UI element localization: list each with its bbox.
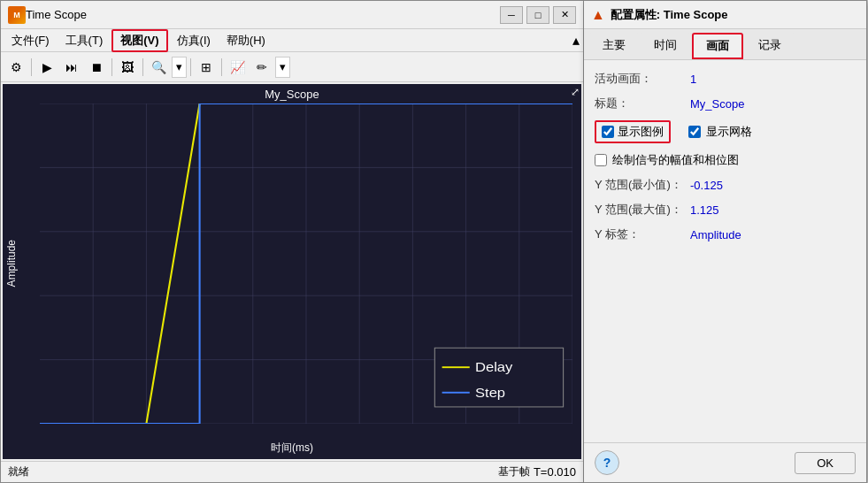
menu-view[interactable]: 视图(V) — [111, 29, 167, 52]
config-matlab-icon: ▲ — [591, 7, 605, 23]
toolbar-sep-5 — [221, 58, 222, 76]
tab-screen[interactable]: 画面 — [692, 33, 743, 59]
show-legend-checkbox[interactable] — [602, 126, 614, 138]
plot-container: My_Scope ⤢ Amplitude — [3, 84, 581, 459]
toolbar-step-icon[interactable]: ⏭ — [60, 56, 83, 79]
menu-arrow[interactable]: ▴ — [572, 32, 580, 49]
config-body: 活动画面： 1 标题： My_Scope 显示图例 显示网格 绘制信号的幅值和相… — [584, 60, 866, 442]
y-max-row: Y 范围(最大值)： 1.125 — [595, 202, 856, 218]
help-button[interactable]: ? — [595, 450, 619, 475]
maximize-button[interactable]: □ — [526, 6, 549, 24]
config-title-bar: ▲ 配置属性: Time Scope — [584, 1, 866, 29]
close-button[interactable]: ✕ — [553, 6, 576, 24]
show-grid-group: 显示网格 — [688, 124, 752, 140]
y-tag-row: Y 标签： Amplitude — [595, 226, 856, 242]
toolbar-axes-icon[interactable]: 📈 — [226, 56, 249, 79]
x-axis-label: 时间(ms) — [3, 441, 581, 456]
status-frame-label: 基于帧 — [498, 464, 530, 479]
y-min-row: Y 范围(最小值)： -0.125 — [595, 177, 856, 193]
toolbar-zoom-in-icon[interactable]: 🔍 — [147, 56, 170, 79]
draw-amplitude-label: 绘制信号的幅值和相位图 — [612, 152, 739, 168]
toolbar-fit-icon[interactable]: ⊞ — [195, 56, 218, 79]
timescope-window: M Time Scope ─ □ ✕ 文件(F) 工具(T) 视图(V) 仿真(… — [0, 0, 584, 483]
draw-amplitude-row: 绘制信号的幅值和相位图 — [595, 152, 856, 168]
active-screen-value: 1 — [690, 73, 696, 86]
y-axis-label: Amplitude — [5, 240, 18, 287]
legend-grid-row: 显示图例 显示网格 — [595, 120, 856, 143]
plot-svg: 0 0.2 0.4 0.6 0.8 1 0 1 2 3 4 5 6 7 8 9 … — [40, 104, 572, 424]
toolbar-sep-1 — [31, 58, 32, 76]
toolbar-settings-icon[interactable]: ⚙ — [4, 56, 27, 79]
svg-text:Delay: Delay — [475, 360, 512, 374]
status-bar: 就绪 基于帧 T=0.010 — [1, 461, 583, 482]
y-max-value: 1.125 — [690, 203, 719, 217]
svg-text:Step: Step — [475, 385, 505, 399]
status-t-value: T=0.010 — [534, 465, 576, 479]
show-grid-checkbox[interactable] — [688, 126, 701, 138]
config-panel: ▲ 配置属性: Time Scope 主要 时间 画面 记录 活动画面： 1 标… — [584, 0, 867, 483]
menu-help[interactable]: 帮助(H) — [219, 31, 273, 50]
active-screen-label: 活动画面： — [595, 71, 683, 87]
draw-amplitude-checkbox[interactable] — [595, 154, 607, 166]
toolbar-run-icon[interactable]: ▶ — [35, 56, 58, 79]
title-label: 标题： — [595, 96, 683, 111]
plot-expand-button[interactable]: ⤢ — [571, 86, 580, 98]
active-screen-row: 活动画面： 1 — [595, 71, 856, 87]
toolbar-sep-3 — [142, 58, 143, 76]
timescope-title: Time Scope — [26, 8, 500, 21]
menu-simulation[interactable]: 仿真(I) — [170, 31, 218, 50]
tab-time[interactable]: 时间 — [641, 33, 690, 59]
menu-file[interactable]: 文件(F) — [4, 31, 57, 50]
plot-title: My_Scope — [3, 84, 581, 103]
y-tag-label: Y 标签： — [595, 226, 683, 242]
title-row: 标题： My_Scope — [595, 96, 856, 111]
config-tabs: 主要 时间 画面 记录 — [584, 29, 866, 60]
status-ready: 就绪 — [8, 464, 498, 479]
minimize-button[interactable]: ─ — [500, 6, 523, 24]
toolbar-cursor-icon[interactable]: ✏ — [250, 56, 273, 79]
config-footer: ? OK — [584, 442, 866, 482]
matlab-icon: M — [8, 6, 26, 24]
show-legend-label: 显示图例 — [618, 124, 664, 140]
toolbar-stop-icon[interactable]: ⏹ — [85, 56, 108, 79]
ok-button[interactable]: OK — [795, 452, 856, 474]
title-value: My_Scope — [690, 97, 744, 111]
tab-main[interactable]: 主要 — [589, 33, 639, 59]
menu-tools[interactable]: 工具(T) — [58, 31, 111, 50]
config-title: 配置属性: Time Scope — [611, 7, 728, 23]
timescope-title-bar: M Time Scope ─ □ ✕ — [1, 1, 583, 29]
y-min-value: -0.125 — [690, 179, 723, 192]
show-legend-group: 显示图例 — [595, 120, 671, 143]
toolbar-zoom-dropdown[interactable]: ▾ — [172, 57, 187, 78]
tab-record[interactable]: 记录 — [745, 33, 795, 59]
title-bar-controls: ─ □ ✕ — [500, 6, 576, 24]
menu-bar: 文件(F) 工具(T) 视图(V) 仿真(I) 帮助(H) ▴ — [1, 29, 583, 52]
toolbar-sep-4 — [190, 58, 191, 76]
toolbar-screenshot-icon[interactable]: 🖼 — [116, 56, 139, 79]
show-grid-label: 显示网格 — [706, 124, 752, 140]
toolbar-cursor-dropdown[interactable]: ▾ — [275, 57, 290, 78]
y-min-label: Y 范围(最小值)： — [595, 177, 683, 193]
y-tag-value: Amplitude — [690, 228, 741, 242]
y-max-label: Y 范围(最大值)： — [595, 202, 683, 218]
toolbar-sep-2 — [111, 58, 112, 76]
toolbar: ⚙ ▶ ⏭ ⏹ 🖼 🔍 ▾ ⊞ 📈 ✏ ▾ — [1, 52, 583, 82]
